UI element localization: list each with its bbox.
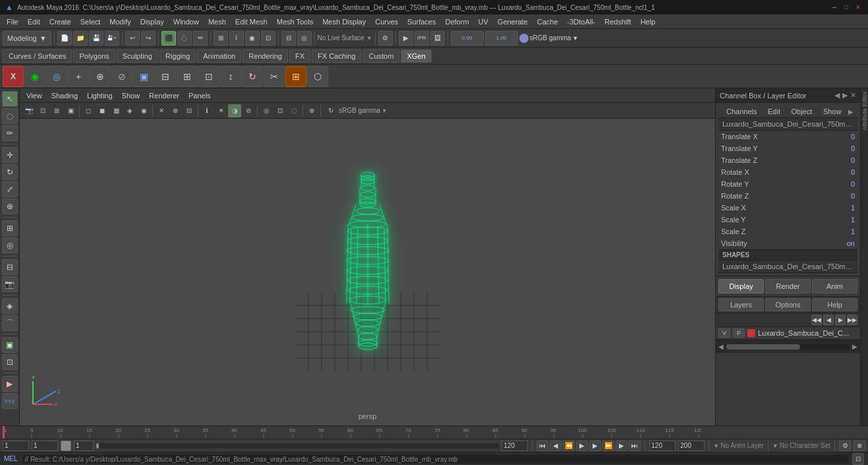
menu-mesh-display[interactable]: Mesh Display <box>318 16 370 27</box>
vp-smooth-btn[interactable]: ◌ <box>287 104 301 117</box>
panel-shrink-btn[interactable]: ◀ <box>834 91 840 100</box>
play-start-btn[interactable]: ⏮ <box>536 441 548 451</box>
sculpt-btn[interactable]: ◈ <box>2 298 18 314</box>
status-input[interactable]: // Result: C:/Users/a y/Desktop/Luxardo_… <box>22 454 850 464</box>
next-frame-btn[interactable]: ▶ <box>616 441 627 451</box>
tab-options[interactable]: Options <box>765 298 811 311</box>
select-btn[interactable]: ⬛ <box>161 31 176 46</box>
layer-arrow3[interactable]: ▶ <box>835 315 846 325</box>
vp-xray-btn[interactable]: ✕ <box>155 104 168 117</box>
snap-grid-btn[interactable]: ⊞ <box>214 31 228 46</box>
vp-joint-xray-btn[interactable]: ⊕ <box>169 104 182 117</box>
layer-arrow4[interactable]: ▶▶ <box>847 315 857 325</box>
shelf-tool3[interactable]: ▣ <box>133 66 154 87</box>
tab-curves-surfaces[interactable]: Curves / Surfaces <box>3 49 72 63</box>
ch-show-btn[interactable]: Show <box>819 107 846 116</box>
minimize-button[interactable]: ─ <box>830 3 839 12</box>
new-file-btn[interactable]: 📄 <box>57 31 72 46</box>
vp-menu-view[interactable]: View <box>22 90 46 101</box>
shelf-x-btn[interactable]: X <box>3 66 24 87</box>
panel-close-btn[interactable]: ✕ <box>850 91 856 100</box>
vp-menu-lighting[interactable]: Lighting <box>83 90 117 101</box>
vp-lit-btn[interactable]: ◈ <box>123 104 136 117</box>
frame-slider[interactable] <box>96 443 499 449</box>
menu-cache[interactable]: Cache <box>533 16 562 27</box>
frame-slider-thumb[interactable] <box>96 443 99 449</box>
soft-mod-btn[interactable]: ◎ <box>2 237 18 253</box>
scroll-left-btn[interactable]: ◀ <box>718 343 724 350</box>
xyz-btn[interactable]: XYZ <box>2 393 18 409</box>
shelf-tool1[interactable]: ⊕ <box>90 66 111 87</box>
menu-3dtoall[interactable]: -3DtoAll- <box>564 16 600 27</box>
vp-manips-btn[interactable]: ⊕ <box>305 104 318 117</box>
vp-grid-btn[interactable]: ⊟ <box>183 104 196 117</box>
menu-modify[interactable]: Modify <box>105 16 134 27</box>
snap-point-btn[interactable]: ◉ <box>245 31 260 46</box>
menu-file[interactable]: File <box>3 16 22 27</box>
bend-btn[interactable]: ⌒ <box>2 315 18 331</box>
shelf-tool5[interactable]: ⊞ <box>177 66 198 87</box>
shelf-circle-btn[interactable]: ◉ <box>24 66 45 87</box>
layer-scrollbar[interactable]: ◀ ▶ <box>716 340 860 353</box>
vp-refresh-btn[interactable]: ↻ <box>324 104 337 117</box>
playback-end-input[interactable] <box>649 441 676 451</box>
ipr-btn[interactable]: IPR <box>415 31 429 46</box>
vp-menu-renderer[interactable]: Renderer <box>145 90 183 101</box>
render-settings-btn[interactable]: ⚙ <box>378 31 393 46</box>
timeline-ruler[interactable]: 1 5 10 15 20 25 30 35 40 <box>3 426 865 439</box>
prev-key-btn[interactable]: ⏪ <box>563 441 575 451</box>
menu-window[interactable]: Window <box>169 16 203 27</box>
menu-curves[interactable]: Curves <box>371 16 402 27</box>
shelf-plus-btn[interactable]: + <box>68 66 89 87</box>
redo-btn[interactable]: ↪ <box>141 31 156 46</box>
move-tool-btn[interactable]: ✛ <box>2 147 18 163</box>
vp-menu-show[interactable]: Show <box>118 90 144 101</box>
tab-help[interactable]: Help <box>812 298 857 311</box>
save-file-btn[interactable]: 💾 <box>89 31 103 46</box>
vp-hud-btn[interactable]: ℹ <box>200 104 214 117</box>
vp-shadow-btn[interactable]: ◑ <box>228 104 241 117</box>
paint-tool-btn[interactable]: ✏ <box>2 125 18 141</box>
tab-rigging[interactable]: Rigging <box>159 49 196 63</box>
prev-frame-btn[interactable]: ◀ <box>550 441 562 451</box>
symmetry-btn[interactable]: ⊟ <box>281 31 296 46</box>
menu-surfaces[interactable]: Surfaces <box>403 16 440 27</box>
layout-btn[interactable]: ▣ <box>2 337 18 353</box>
scene-3d[interactable]: Z Y X persp <box>20 119 715 425</box>
menu-display[interactable]: Display <box>136 16 168 27</box>
shelf-bevel[interactable]: ⬡ <box>307 66 328 87</box>
vp-lighting-btn[interactable]: ☀ <box>214 104 227 117</box>
status-btn[interactable]: ⊡ <box>852 453 864 465</box>
max-frame-input[interactable] <box>678 441 705 451</box>
scale-tool-btn[interactable]: ⤢ <box>2 181 18 197</box>
shelf-move[interactable]: ↕ <box>220 66 241 87</box>
shelf-knife[interactable]: ✂ <box>264 66 285 87</box>
universal-manip-btn[interactable]: ⊕ <box>2 199 18 214</box>
render-btn[interactable]: ▶ <box>399 31 413 46</box>
vp-persp-btn[interactable]: ⊡ <box>36 104 49 117</box>
vp-ortho-btn[interactable]: ⊞ <box>50 104 63 117</box>
tab-fx[interactable]: FX <box>289 49 310 63</box>
tab-polygons[interactable]: Polygons <box>73 49 115 63</box>
viewport[interactable]: View Shading Lighting Show Renderer Pane… <box>20 88 715 425</box>
vp-shaded-btn[interactable]: ◼ <box>96 104 109 117</box>
lasso-tool-btn[interactable]: ◌ <box>2 108 18 124</box>
frame-start-input[interactable] <box>3 441 29 451</box>
undo-btn[interactable]: ↩ <box>125 31 140 46</box>
tab-layers[interactable]: Layers <box>718 298 764 311</box>
vp-menu-panels[interactable]: Panels <box>185 90 215 101</box>
menu-generate[interactable]: Generate <box>494 16 532 27</box>
ch-object-btn[interactable]: Object <box>788 107 817 116</box>
anim-btn[interactable]: ▶ <box>2 376 18 392</box>
shelf-tool2[interactable]: ⊘ <box>111 66 132 87</box>
show-grid-btn[interactable]: ⊟ <box>2 259 18 275</box>
shelf-ring-btn[interactable]: ◎ <box>46 66 67 87</box>
ch-channels-btn[interactable]: Channels <box>722 107 761 116</box>
scroll-thumb[interactable] <box>726 344 800 350</box>
snap-view-btn[interactable]: ⊡ <box>261 31 275 46</box>
shelf-extrude[interactable]: ⊞ <box>285 66 306 87</box>
vp-menu-shading[interactable]: Shading <box>47 90 82 101</box>
play-end-btn[interactable]: ⏭ <box>629 441 641 451</box>
maximize-button[interactable]: □ <box>842 3 851 12</box>
save-incremental-btn[interactable]: 💾+ <box>105 31 119 46</box>
